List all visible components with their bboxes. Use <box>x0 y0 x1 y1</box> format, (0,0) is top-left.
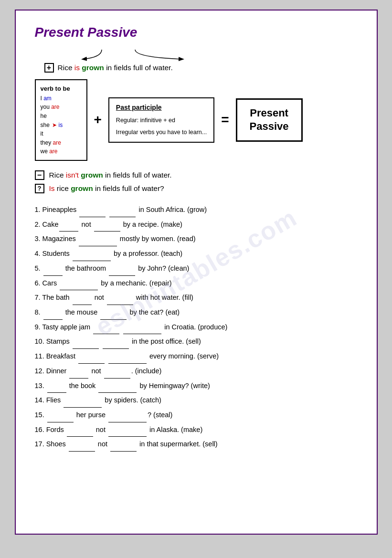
list-item: 10. Stamps in the post office. (sell) <box>35 335 358 349</box>
blank <box>73 253 111 261</box>
blank <box>110 444 137 452</box>
page-title: Present Passive <box>35 25 358 40</box>
past-participle-line2: Irregular verbs you have to learn... <box>116 127 207 137</box>
blank <box>108 356 147 364</box>
blank <box>69 444 95 452</box>
blank <box>43 268 63 276</box>
verb-to-be-box: verb to be I am you are he she ➤ is it t… <box>35 79 87 161</box>
negative-section: − Rice isn't grown in fields full of wat… <box>35 170 358 180</box>
past-participle-line1: Regular: infinitive + ed <box>116 116 207 126</box>
exercise-list: 1. Pineapples in South Africa. (grow) 2.… <box>35 203 358 452</box>
list-item: 1. Pineapples in South Africa. (grow) <box>35 203 358 217</box>
result-box: PresentPassive <box>236 98 303 142</box>
negative-sentence: Rice isn't grown in fields full of water… <box>49 171 172 179</box>
blank <box>64 400 102 408</box>
exercises-section: 1. Pineapples in South Africa. (grow) 2.… <box>35 203 358 452</box>
list-item: 13. the book by Hemingway? (write) <box>35 379 358 393</box>
list-item: 17. Shoes not in that supermarket. (sell… <box>35 437 358 452</box>
formula-plus-sign: + <box>94 112 102 127</box>
blank <box>60 283 98 290</box>
formula-equals-sign: = <box>221 112 229 127</box>
list-item: 2. Cake not by a recipe. (make) <box>35 218 358 232</box>
list-item: 4. Students by a professor. (teach) <box>35 247 358 261</box>
question-section: ? Is rice grown in fields full of water? <box>35 184 358 193</box>
positive-symbol: + <box>44 63 54 73</box>
positive-verb: is <box>74 63 80 72</box>
positive-sentence: Rice is grown in fields full of water. <box>58 63 173 72</box>
negative-symbol: − <box>35 170 44 180</box>
blank <box>47 385 66 393</box>
blank <box>104 371 130 379</box>
list-item: 15. her purse ? (steal) <box>35 408 358 422</box>
verb-box-title: verb to be <box>41 84 82 94</box>
past-participle-box: Past participle Regular: infinitive + ed… <box>108 97 214 142</box>
blank <box>79 210 106 217</box>
blank <box>47 415 74 422</box>
list-item: 5. the bathroom by John? (clean) <box>35 262 358 276</box>
blank <box>109 268 135 276</box>
blank <box>100 312 127 320</box>
blank <box>109 210 136 217</box>
list-item: 8. the mouse by the cat? (eat) <box>35 305 358 320</box>
list-item: 6. Cars by a mechanic. (repair) <box>35 276 358 291</box>
question-participle: grown <box>71 184 93 192</box>
blank <box>108 415 147 422</box>
blank <box>103 341 129 349</box>
blank <box>108 429 147 437</box>
blank <box>79 239 117 246</box>
list-item: 11. Breakfast every morning. (serve) <box>35 349 358 364</box>
negative-verb: isn't <box>66 171 79 179</box>
blank <box>93 326 119 334</box>
blank <box>98 385 137 393</box>
blank <box>67 429 93 437</box>
list-item: 12. Dinner not . (include) <box>35 364 358 379</box>
blank <box>59 224 78 232</box>
question-sentence: Is rice grown in fields full of water? <box>49 184 164 193</box>
blank <box>43 312 63 320</box>
blank <box>69 371 88 379</box>
question-verb: Is <box>49 184 55 192</box>
list-item: 9. Tasty apple jam in Croatia. (produce) <box>35 320 358 335</box>
negative-participle: grown <box>81 171 103 179</box>
list-item: 16. Fords not in Alaska. (make) <box>35 423 358 437</box>
blank <box>78 356 105 364</box>
list-item: 7. The bath not with hot water. (fill) <box>35 291 358 305</box>
worksheet-page: eslprintables.com Present Passive + Rice… <box>15 10 378 535</box>
blank <box>107 297 133 305</box>
list-item: 3. Magazines mostly by women. (read) <box>35 232 358 246</box>
question-symbol: ? <box>35 184 44 193</box>
positive-participle: grown <box>82 63 104 72</box>
past-participle-title: Past participle <box>116 102 207 114</box>
blank <box>94 224 120 232</box>
arrows-area <box>73 49 358 62</box>
formula-row: verb to be I am you are he she ➤ is it t… <box>35 79 358 161</box>
blank <box>73 341 99 349</box>
blank <box>73 297 92 305</box>
list-item: 14. Flies by spiders. (catch) <box>35 393 358 408</box>
blank <box>123 326 161 334</box>
arrow-svg <box>73 49 274 62</box>
